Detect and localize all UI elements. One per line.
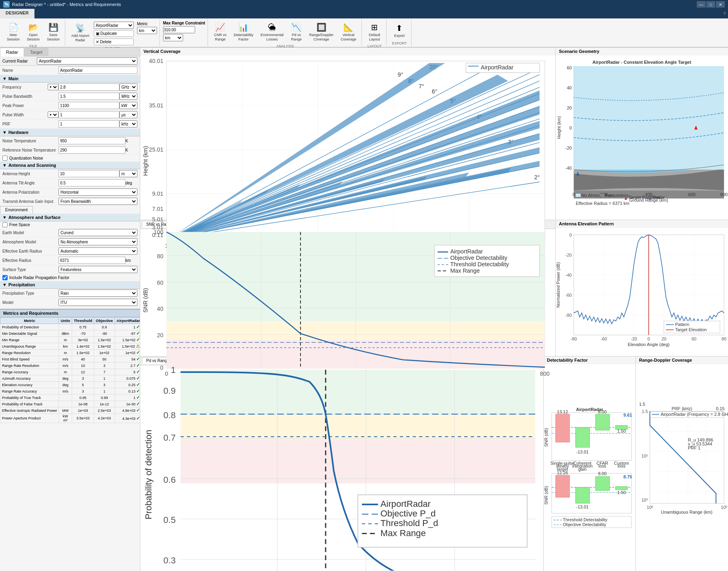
main-section-header[interactable]: ▼ Main — [0, 75, 140, 83]
atm-model-row: Atmosphere Model No Atmosphere — [0, 237, 140, 247]
peak-power-label: Peak Power — [2, 103, 58, 108]
current-radar-dropdown[interactable]: AirportRadar — [37, 57, 137, 65]
file-items: 📄 NewSession 📂 OpenSession 💾 SaveSession — [4, 20, 63, 43]
tab-radar[interactable]: Radar — [0, 48, 24, 57]
cnr-label: CNR vsRange — [214, 33, 226, 42]
frequency-dropdown[interactable]: ▾ — [48, 84, 58, 90]
pulse-width-unit[interactable]: μs — [119, 111, 137, 118]
save-session-label: SaveSession — [47, 33, 60, 42]
antenna-svg: 0 -20 -40 -60 -80 -80 -60 -20 0 20 60 80 — [556, 228, 728, 356]
svg-text:10²: 10² — [647, 505, 653, 510]
prf-input[interactable] — [58, 120, 119, 128]
new-session-button[interactable]: 📄 NewSession — [4, 20, 22, 43]
svg-text:loss: loss — [599, 464, 607, 468]
frequency-unit[interactable]: GHz — [119, 83, 137, 91]
pulse-bw-unit[interactable]: MHz — [119, 93, 137, 100]
ant-tilt-label: Antenna Tilt Angle — [2, 181, 58, 185]
ref-noise-input[interactable] — [58, 146, 125, 154]
noise-temp-input[interactable] — [58, 137, 125, 144]
svg-text:Max Range: Max Range — [450, 267, 480, 274]
atm-model-select[interactable]: No Atmosphere — [58, 238, 137, 245]
tx-gain-select[interactable]: From Beamwidth — [58, 198, 137, 205]
tab-designer[interactable]: DESIGNER — [0, 9, 34, 18]
pulse-bw-input[interactable] — [58, 93, 119, 100]
svg-text:AirportRadar: AirportRadar — [481, 64, 514, 71]
svg-text:800: 800 — [720, 192, 728, 197]
max-range-unit-select[interactable]: km — [163, 34, 183, 41]
surface-type-select[interactable]: Featureless — [58, 266, 137, 273]
pulse-width-dropdown[interactable]: ▾ — [48, 111, 58, 118]
precip-type-select[interactable]: Rain — [58, 290, 137, 297]
tab-target[interactable]: Target — [24, 48, 48, 56]
range-doppler-button[interactable]: 🔲 Range/DopplerCoverage — [307, 20, 337, 43]
hardware-section-header[interactable]: ▼ Hardware — [0, 129, 140, 136]
name-input[interactable] — [58, 67, 137, 74]
default-layout-button[interactable]: ⊞ DefaultLayout — [366, 20, 383, 43]
open-session-button[interactable]: 📂 OpenSession — [24, 20, 42, 43]
vertical-coverage-button[interactable]: 📐 VerticalCoverage — [338, 20, 359, 43]
prop-factor-checkbox[interactable] — [2, 275, 8, 280]
metric-select[interactable]: km — [137, 27, 157, 34]
svg-text:1.5: 1.5 — [642, 409, 648, 414]
peak-power-input[interactable] — [58, 102, 119, 109]
close-button[interactable]: ✕ — [716, 1, 725, 8]
free-space-checkbox[interactable] — [2, 222, 8, 227]
window-controls[interactable]: — □ ✕ — [697, 1, 725, 8]
save-session-button[interactable]: 💾 SaveSession — [44, 20, 63, 43]
eff-earth-select[interactable]: Automatic — [58, 247, 137, 255]
snr-panel: SNR vs Range CNR vs Range — [140, 220, 556, 356]
prop-factor-label: Include Radar Propagation Factor — [9, 275, 69, 280]
prf-unit[interactable]: kHz — [119, 120, 137, 128]
maximize-button[interactable]: □ — [706, 1, 715, 8]
minimize-button[interactable]: — — [697, 1, 706, 8]
current-radar-select[interactable]: AirportRadar — [94, 22, 134, 29]
peak-power-unit[interactable]: kW — [119, 102, 137, 109]
frequency-input[interactable] — [58, 83, 119, 91]
svg-text:10³: 10³ — [721, 505, 727, 510]
metric-threshold: 5 — [72, 382, 94, 388]
metric-objective: 3 — [94, 382, 115, 388]
svg-text:12.26: 12.26 — [557, 470, 568, 475]
svg-text:0.3: 0.3 — [163, 555, 176, 565]
svg-text:600: 600 — [688, 192, 696, 197]
eff-radius-input[interactable] — [58, 257, 125, 264]
ant-tilt-input[interactable] — [58, 179, 125, 186]
ant-polar-select[interactable]: Horizontal — [58, 188, 137, 196]
svg-text:2°: 2° — [534, 174, 540, 180]
duplicate-button[interactable]: ▣ Duplicate — [94, 30, 134, 37]
layout-label: DefaultLayout — [369, 33, 381, 42]
metric-value: 0.13 ✓ — [115, 388, 140, 395]
pd-icon: 📉 — [291, 22, 302, 33]
svg-rect-221 — [595, 414, 609, 430]
atm-section-header[interactable]: ▼ Atmosphere and Surface — [0, 214, 140, 221]
metrics-tab-label[interactable]: Metrics and Requirements — [0, 310, 140, 317]
export-button[interactable]: ⬆ Export — [391, 21, 408, 40]
metric-units — [59, 401, 72, 407]
env-icon: 🌦 — [266, 22, 278, 33]
svg-text:40: 40 — [567, 85, 572, 90]
cnr-range-button[interactable]: 📈 CNR vsRange — [211, 20, 229, 43]
pd-range-button[interactable]: 📉 Pd vsRange — [288, 20, 305, 43]
metrics-table: Metric Units Threshold Objective Airport… — [0, 317, 140, 423]
save-session-icon: 💾 — [48, 22, 59, 33]
svg-text:9.61: 9.61 — [623, 413, 632, 417]
antenna-section-header[interactable]: ▼ Antenna and Scanning — [0, 162, 140, 169]
env-tab[interactable]: Environment — [0, 206, 33, 214]
quant-noise-checkbox[interactable] — [2, 156, 8, 161]
precip-section-header[interactable]: ▼ Precipitation — [0, 281, 140, 289]
pulse-width-input[interactable] — [58, 111, 119, 118]
metric-objective: 1.5e+02 — [94, 337, 115, 343]
delete-button[interactable]: ✕ Delete — [94, 38, 134, 45]
env-losses-button[interactable]: 🌦 EnvironmentalLosses — [258, 20, 286, 43]
detectability-button[interactable]: 📊 DetectabilityFactor — [231, 20, 256, 43]
max-range-input[interactable] — [163, 26, 195, 33]
precip-model-select[interactable]: ITU — [58, 299, 137, 306]
ant-height-input[interactable] — [58, 170, 119, 177]
earth-model-select[interactable]: Curved — [58, 229, 137, 236]
metrics-table-container: Metric Units Threshold Objective Airport… — [0, 317, 140, 423]
svg-text:1.5: 1.5 — [639, 402, 645, 407]
add-airport-radar-button[interactable]: 📡 Add AirportRadar — [69, 21, 92, 44]
name-row: Name — [0, 66, 140, 75]
eff-earth-label: Effective Earth Radius — [2, 249, 58, 253]
ant-height-unit[interactable]: m — [119, 170, 137, 177]
